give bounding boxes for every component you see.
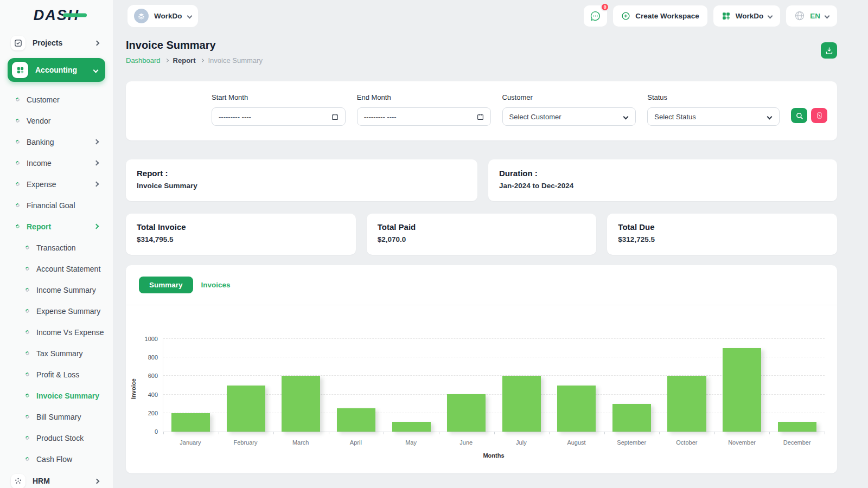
filter-bar: Start Month --------- ---- End Month ---… bbox=[126, 81, 837, 140]
dots-circle-icon bbox=[14, 477, 22, 485]
bullet-icon bbox=[25, 287, 30, 293]
sidebar-item-projects[interactable]: Projects bbox=[8, 35, 105, 51]
apply-filter-button[interactable] bbox=[791, 108, 807, 123]
bar-june[interactable] bbox=[447, 394, 486, 432]
breadcrumb-report[interactable]: Report bbox=[173, 56, 196, 65]
tab-summary[interactable]: Summary bbox=[139, 277, 193, 293]
bar-group-june bbox=[439, 339, 494, 432]
tab-invoices[interactable]: Invoices bbox=[201, 281, 231, 289]
chevron-right-icon bbox=[94, 182, 99, 187]
start-month-input[interactable]: --------- ---- bbox=[212, 107, 346, 126]
total-paid-label: Total Paid bbox=[378, 222, 586, 232]
workdo-menu-button[interactable]: WorkDo bbox=[713, 5, 781, 27]
grid-plus-icon-box bbox=[12, 62, 28, 78]
x-tickmark bbox=[439, 432, 439, 434]
sidebar-item-accounting[interactable]: Accounting bbox=[8, 58, 105, 82]
sidebar-item-income-summary[interactable]: Income Summary bbox=[0, 279, 113, 300]
bar-august[interactable] bbox=[557, 386, 596, 432]
bar-group-march bbox=[273, 339, 329, 432]
chevron-down-icon bbox=[623, 114, 629, 119]
search-icon bbox=[795, 112, 803, 120]
sidebar-item-invoice-summary[interactable]: Invoice Summary bbox=[0, 385, 113, 406]
bar-march[interactable] bbox=[282, 376, 320, 432]
sidebar-item-label: Tax Summary bbox=[36, 349, 83, 358]
bullet-icon bbox=[25, 457, 30, 462]
sidebar-item-expense[interactable]: Expense bbox=[0, 174, 113, 195]
sidebar-item-banking[interactable]: Banking bbox=[0, 131, 113, 152]
sidebar-item-income-vs-expense[interactable]: Income Vs Expense bbox=[0, 322, 113, 343]
customer-select[interactable]: Select Customer bbox=[502, 107, 636, 126]
bar-september[interactable] bbox=[612, 404, 651, 432]
status-label: Status bbox=[647, 93, 780, 101]
status-field: Status Select Status bbox=[647, 93, 780, 126]
sidebar-item-product-stock[interactable]: Product Stock bbox=[0, 427, 113, 448]
bullet-icon bbox=[15, 118, 21, 124]
app-logo[interactable]: DASH bbox=[34, 7, 80, 24]
y-tick-0: 0 bbox=[155, 428, 158, 435]
bar-october[interactable] bbox=[667, 376, 706, 432]
bar-may[interactable] bbox=[392, 422, 431, 432]
total-due-label: Total Due bbox=[618, 222, 826, 232]
x-tickmark bbox=[769, 432, 770, 434]
reset-filter-button[interactable] bbox=[811, 108, 827, 123]
x-tickmark bbox=[825, 432, 825, 434]
status-select[interactable]: Select Status bbox=[647, 107, 780, 126]
sidebar-item-account-statement[interactable]: Account Statement bbox=[0, 258, 113, 279]
bullet-icon bbox=[25, 245, 30, 251]
bar-january[interactable] bbox=[171, 413, 210, 432]
sidebar-item-expense-summary[interactable]: Expense Summary bbox=[0, 300, 113, 322]
x-tick-january: January bbox=[163, 439, 218, 446]
end-month-input[interactable]: --------- ---- bbox=[357, 107, 491, 126]
x-tick-june: June bbox=[438, 439, 494, 446]
x-tick-september: September bbox=[604, 439, 659, 446]
sidebar-item-label: Expense bbox=[27, 180, 56, 189]
bullet-icon bbox=[25, 414, 30, 420]
sidebar-item-cash-flow[interactable]: Cash Flow bbox=[0, 448, 113, 470]
workspace-selector[interactable]: WorkDo bbox=[127, 5, 198, 27]
report-card-value: Invoice Summary bbox=[137, 182, 467, 190]
x-tick-may: May bbox=[384, 439, 439, 446]
create-workspace-button[interactable]: Create Workspace bbox=[613, 5, 707, 27]
messages-button[interactable]: 0 bbox=[584, 5, 607, 27]
report-card: Report : Invoice Summary bbox=[126, 159, 477, 201]
sidebar-item-bill-summary[interactable]: Bill Summary bbox=[0, 406, 113, 427]
checkbox-icon-box bbox=[11, 36, 25, 50]
sidebar-item-financial-goal[interactable]: Financial Goal bbox=[0, 195, 113, 216]
language-selector[interactable]: EN bbox=[786, 5, 837, 27]
sidebar-item-hrm[interactable]: HRM bbox=[8, 473, 105, 488]
topbar: WorkDo 0 Create Workspace WorkDo EN bbox=[113, 0, 868, 31]
sidebar-item-vendor[interactable]: Vendor bbox=[0, 110, 113, 131]
bullet-icon bbox=[25, 309, 30, 314]
x-axis-title: Months bbox=[163, 452, 825, 459]
filter-actions bbox=[791, 108, 827, 126]
sidebar-item-customer[interactable]: Customer bbox=[0, 89, 113, 110]
stats-row: Total Invoice $314,795.5 Total Paid $2,0… bbox=[126, 214, 837, 255]
customer-label: Customer bbox=[502, 93, 636, 101]
y-tick-400: 400 bbox=[148, 391, 158, 398]
sidebar-item-transaction[interactable]: Transaction bbox=[0, 237, 113, 258]
total-paid-value: $2,070.0 bbox=[378, 235, 586, 243]
bar-february[interactable] bbox=[227, 386, 265, 432]
start-month-placeholder: --------- ---- bbox=[219, 113, 251, 121]
bar-december[interactable] bbox=[778, 422, 816, 432]
clear-filter-icon bbox=[816, 112, 823, 119]
chevron-right-icon bbox=[94, 224, 99, 229]
bullet-icon bbox=[15, 97, 21, 102]
bar-group-february bbox=[219, 339, 274, 432]
x-tick-july: July bbox=[494, 439, 549, 446]
bar-april[interactable] bbox=[337, 408, 375, 432]
sidebar-item-tax-summary[interactable]: Tax Summary bbox=[0, 343, 113, 364]
sidebar-item-income[interactable]: Income bbox=[0, 152, 113, 174]
bar-july[interactable] bbox=[502, 376, 541, 432]
breadcrumb-dashboard[interactable]: Dashboard bbox=[126, 56, 161, 65]
download-button[interactable] bbox=[821, 42, 837, 59]
sidebar-item-label: Banking bbox=[27, 138, 54, 146]
sidebar-item-profit-loss[interactable]: Profit & Loss bbox=[0, 364, 113, 385]
grid-plus-icon bbox=[722, 11, 731, 21]
bullet-icon bbox=[25, 435, 30, 441]
sidebar-item-report[interactable]: Report bbox=[0, 216, 113, 237]
sidebar-item-label: Cash Flow bbox=[36, 455, 72, 464]
chevron-down-icon bbox=[825, 13, 830, 18]
bar-group-november bbox=[714, 339, 770, 432]
bar-november[interactable] bbox=[723, 348, 761, 432]
